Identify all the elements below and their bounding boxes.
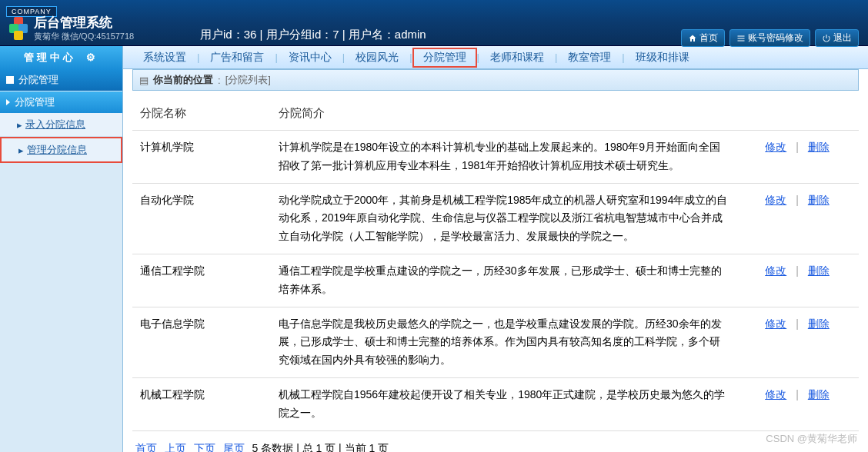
delete-link[interactable]: 删除 [808, 141, 830, 153]
list-icon [736, 34, 746, 43]
gear-icon: ⚙ [86, 52, 98, 63]
nav-item-3[interactable]: 校园风光 [345, 51, 409, 65]
home-icon [688, 34, 697, 43]
cell-ops: 修改|删除 [736, 254, 859, 307]
table-row: 机械工程学院机械工程学院自1956年建校起便开设了相关专业，1980年正式建院，… [132, 377, 859, 430]
edit-link[interactable]: 修改 [765, 194, 786, 206]
password-label: 账号密码修改 [748, 32, 803, 45]
cell-ops: 修改|删除 [736, 131, 859, 184]
sidebar-header-2: 分院管理 [0, 91, 122, 113]
main-layout: 分院管理 分院管理 ▸ 录入分院信息▸ 管理分院信息 ▤ 你当前的位置 : [分… [0, 69, 868, 452]
cell-intro: 动化学院成立于2000年，其前身是机械工程学院1985年成立的机器人研究室和19… [271, 183, 736, 254]
nav-item-2[interactable]: 资讯中心 [278, 51, 342, 65]
app-subtitle: 黄菊华 微信/QQ:45157718 [34, 31, 134, 42]
password-button[interactable]: 账号密码修改 [729, 29, 810, 47]
watermark: CSDN @黄菊华老师 [766, 432, 857, 446]
power-icon [822, 34, 831, 43]
app-title: 后台管理系统 [34, 14, 112, 32]
cell-intro: 机械工程学院自1956年建校起便开设了相关专业，1980年正式建院，是学校历史最… [271, 377, 736, 430]
cell-name: 通信工程学院 [132, 254, 271, 307]
logout-label: 退出 [833, 32, 852, 45]
edit-link[interactable]: 修改 [765, 264, 786, 277]
pager: 首页 上页 下页 尾页 5 条数据 | 总 1 页 | 当前 1 页 [132, 431, 859, 452]
breadcrumb-path: [分院列表] [225, 73, 271, 87]
cell-name: 自动化学院 [132, 183, 271, 254]
pager-last[interactable]: 尾页 [223, 442, 245, 452]
cell-name: 机械工程学院 [132, 377, 271, 430]
delete-link[interactable]: 删除 [808, 194, 830, 206]
sidebar-item-1[interactable]: ▸ 管理分院信息 [0, 137, 122, 163]
home-label: 首页 [699, 32, 718, 45]
content-area: ▤ 你当前的位置 : [分院列表] 分院名称 分院简介 计算机学院计算机学院是在… [123, 69, 868, 452]
nav-items: 系统设置|广告和留言|资讯中心|校园风光|分院管理|老师和课程|教室管理|班级和… [123, 48, 700, 68]
edit-link[interactable]: 修改 [765, 388, 786, 400]
logout-button[interactable]: 退出 [815, 29, 859, 47]
table-row: 电子信息学院电子信息学院是我校历史最悠久的学院之一，也是学校重点建设发展的学院。… [132, 307, 859, 377]
cell-intro: 电子信息学院是我校历史最悠久的学院之一，也是学校重点建设发展的学院。历经30余年… [271, 307, 736, 377]
cell-intro: 通信工程学院是学校重点建设的学院之一，历经30多年发展，已形成学士、硕士和博士完… [271, 254, 736, 307]
edit-link[interactable]: 修改 [765, 317, 786, 330]
triangle-icon [6, 99, 10, 105]
delete-link[interactable]: 删除 [808, 388, 830, 400]
nav-item-6[interactable]: 教室管理 [557, 51, 622, 65]
nav-item-5[interactable]: 老师和课程 [479, 51, 555, 65]
cell-name: 电子信息学院 [132, 307, 271, 377]
pager-prev[interactable]: 上页 [165, 442, 186, 452]
table-row: 计算机学院计算机学院是在1980年设立的本科计算机专业的基础上发展起来的。198… [132, 131, 859, 184]
breadcrumb: ▤ 你当前的位置 : [分院列表] [132, 69, 859, 91]
sidebar-header-1: 分院管理 [0, 69, 122, 91]
cell-ops: 修改|删除 [736, 377, 859, 430]
nav-item-7[interactable]: 班级和排课 [625, 51, 700, 65]
sidebar-item-0[interactable]: ▸ 录入分院信息 [0, 113, 122, 137]
nav-item-4[interactable]: 分院管理 [412, 48, 477, 68]
main-nav: 管理中心 ⚙ 系统设置|广告和留言|资讯中心|校园风光|分院管理|老师和课程|教… [0, 46, 868, 69]
bullet-icon: ▸ [17, 119, 22, 131]
app-header: COMPANY 后台管理系统 黄菊华 微信/QQ:45157718 用户id：3… [0, 0, 868, 46]
th-ops [736, 97, 859, 131]
delete-link[interactable]: 删除 [808, 264, 830, 277]
home-button[interactable]: 首页 [681, 29, 725, 47]
nav-left-label: 管理中心 ⚙ [0, 46, 123, 69]
header-actions: 首页 账号密码修改 退出 [681, 29, 859, 47]
pager-next[interactable]: 下页 [194, 442, 215, 452]
square-icon [6, 76, 14, 84]
pager-first[interactable]: 首页 [135, 442, 157, 452]
table-row: 自动化学院动化学院成立于2000年，其前身是机械工程学院1985年成立的机器人研… [132, 183, 859, 254]
cell-intro: 计算机学院是在1980年设立的本科计算机专业的基础上发展起来的。1980年9月开… [271, 131, 736, 184]
logo-icon [9, 17, 28, 35]
table-row: 通信工程学院通信工程学院是学校重点建设的学院之一，历经30多年发展，已形成学士、… [132, 254, 859, 307]
delete-link[interactable]: 删除 [808, 317, 830, 330]
nav-item-0[interactable]: 系统设置 [132, 51, 197, 65]
user-info: 用户id：36 | 用户分组id：7 | 用户名：admin [200, 28, 426, 42]
th-name: 分院名称 [132, 97, 271, 131]
bullet-icon: ▸ [18, 145, 24, 156]
cell-name: 计算机学院 [132, 131, 271, 184]
doc-icon: ▤ [139, 75, 149, 86]
cell-ops: 修改|删除 [736, 183, 859, 254]
sidebar: 分院管理 分院管理 ▸ 录入分院信息▸ 管理分院信息 [0, 69, 123, 452]
nav-item-1[interactable]: 广告和留言 [199, 51, 275, 65]
cell-ops: 修改|删除 [736, 307, 859, 377]
th-intro: 分院简介 [271, 97, 736, 131]
edit-link[interactable]: 修改 [765, 141, 786, 153]
data-table: 分院名称 分院简介 计算机学院计算机学院是在1980年设立的本科计算机专业的基础… [132, 97, 859, 431]
pager-info: 5 条数据 | 总 1 页 | 当前 1 页 [252, 442, 389, 452]
